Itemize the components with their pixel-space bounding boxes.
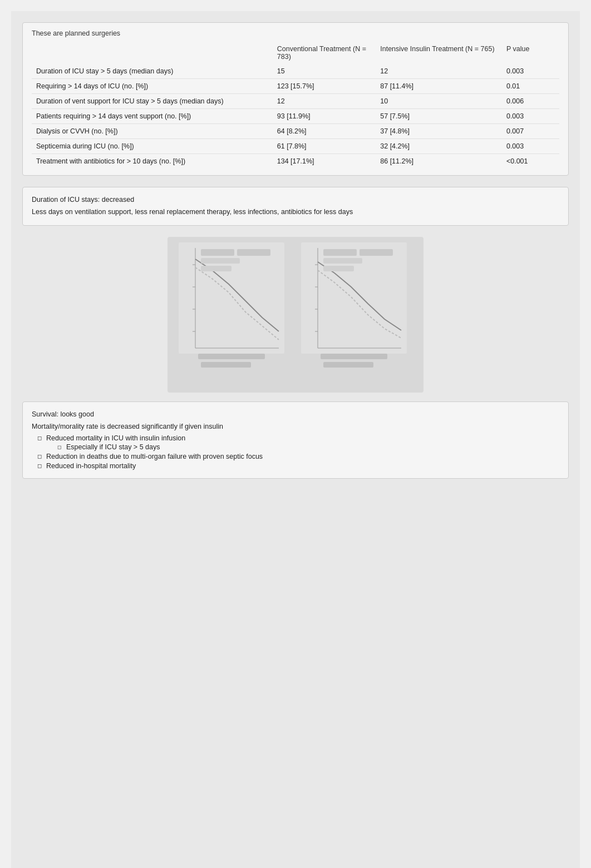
- cell-intensive: 12: [376, 64, 502, 79]
- table-section: These are planned surgeries Conventional…: [22, 22, 569, 176]
- svg-rect-17: [359, 249, 393, 256]
- svg-rect-16: [323, 249, 357, 256]
- cell-pvalue: 0.01: [502, 79, 559, 94]
- survival-section: Survival: looks good Mortality/morality …: [22, 401, 569, 479]
- cell-pvalue: 0.003: [502, 139, 559, 154]
- cell-conventional: 93 [11.9%]: [273, 109, 376, 124]
- cell-label: Septicemia during ICU (no. [%]): [32, 139, 273, 154]
- sub-bullet-item: Especially if ICU stay > 5 days: [57, 443, 559, 451]
- cell-label: Patients requiring > 14 days vent suppor…: [32, 109, 273, 124]
- summary-line1: Duration of ICU stays: decreased: [32, 194, 559, 205]
- survival-text: Survival: looks good Mortality/morality …: [32, 409, 559, 432]
- cell-intensive: 86 [11.2%]: [376, 154, 502, 169]
- cell-label: Treatment with antibiotics for > 10 days…: [32, 154, 273, 169]
- summary-line2: Less days on ventilation support, less r…: [32, 206, 559, 217]
- cell-conventional: 15: [273, 64, 376, 79]
- survival-bullets: Reduced mortality in ICU with insulin in…: [32, 434, 559, 470]
- svg-rect-5: [201, 258, 240, 264]
- cell-intensive: 87 [11.4%]: [376, 79, 502, 94]
- table-row: Septicemia during ICU (no. [%]) 61 [7.8%…: [32, 139, 559, 154]
- cell-pvalue: 0.006: [502, 94, 559, 109]
- table-row: Patients requiring > 14 days vent suppor…: [32, 109, 559, 124]
- survival-line1: Survival: looks good: [32, 409, 559, 420]
- cell-pvalue: <0.001: [502, 154, 559, 169]
- svg-rect-4: [237, 249, 270, 256]
- cell-conventional: 64 [8.2%]: [273, 124, 376, 139]
- bullet-item: Reduced mortality in ICU with insulin in…: [37, 434, 559, 451]
- svg-rect-12: [201, 362, 251, 368]
- header-intensive: Intensive Insulin Treatment (N = 765): [376, 42, 502, 64]
- table-row: Requiring > 14 days of ICU (no. [%]) 123…: [32, 79, 559, 94]
- icu-summary-text: Duration of ICU stays: decreased Less da…: [32, 194, 559, 217]
- cell-conventional: 123 [15.7%]: [273, 79, 376, 94]
- cell-conventional: 134 [17.1%]: [273, 154, 376, 169]
- cell-label: Duration of vent support for ICU stay > …: [32, 94, 273, 109]
- cell-label: Requiring > 14 days of ICU (no. [%]): [32, 79, 273, 94]
- page-container: These are planned surgeries Conventional…: [11, 11, 580, 868]
- header-label: [32, 42, 273, 64]
- svg-rect-6: [201, 266, 232, 271]
- svg-rect-3: [201, 249, 234, 256]
- table-row: Duration of vent support for ICU stay > …: [32, 94, 559, 109]
- header-conventional: Conventional Treatment (N = 783): [273, 42, 376, 64]
- bullet-item: Reduced in-hospital mortality: [37, 462, 559, 470]
- icu-data-table: Conventional Treatment (N = 783) Intensi…: [32, 42, 559, 168]
- table-row: Duration of ICU stay > 5 days (median da…: [32, 64, 559, 79]
- cell-intensive: 10: [376, 94, 502, 109]
- table-row: Dialysis or CVVH (no. [%]) 64 [8.2%] 37 …: [32, 124, 559, 139]
- cell-intensive: 57 [7.5%]: [376, 109, 502, 124]
- cell-conventional: 61 [7.8%]: [273, 139, 376, 154]
- cell-pvalue: 0.007: [502, 124, 559, 139]
- cell-label: Duration of ICU stay > 5 days (median da…: [32, 64, 273, 79]
- cell-pvalue: 0.003: [502, 109, 559, 124]
- icu-summary-section: Duration of ICU stays: decreased Less da…: [22, 187, 569, 226]
- section-note: These are planned surgeries: [32, 29, 559, 37]
- cell-pvalue: 0.003: [502, 64, 559, 79]
- svg-rect-18: [323, 258, 362, 264]
- cell-intensive: 32 [4.2%]: [376, 139, 502, 154]
- svg-rect-24: [321, 354, 387, 359]
- chart-section: [22, 237, 569, 393]
- cell-intensive: 37 [4.8%]: [376, 124, 502, 139]
- svg-rect-19: [323, 266, 354, 271]
- svg-rect-11: [198, 354, 265, 359]
- survival-chart: [168, 237, 423, 393]
- survival-line2: Mortality/morality rate is decreased sig…: [32, 421, 559, 432]
- cell-label: Dialysis or CVVH (no. [%]): [32, 124, 273, 139]
- cell-conventional: 12: [273, 94, 376, 109]
- table-row: Treatment with antibiotics for > 10 days…: [32, 154, 559, 169]
- bullet-item: Reduction in deaths due to multi-organ f…: [37, 453, 559, 460]
- svg-rect-25: [323, 362, 373, 368]
- sub-bullet-list: Especially if ICU stay > 5 days: [46, 443, 559, 451]
- header-pvalue: P value: [502, 42, 559, 64]
